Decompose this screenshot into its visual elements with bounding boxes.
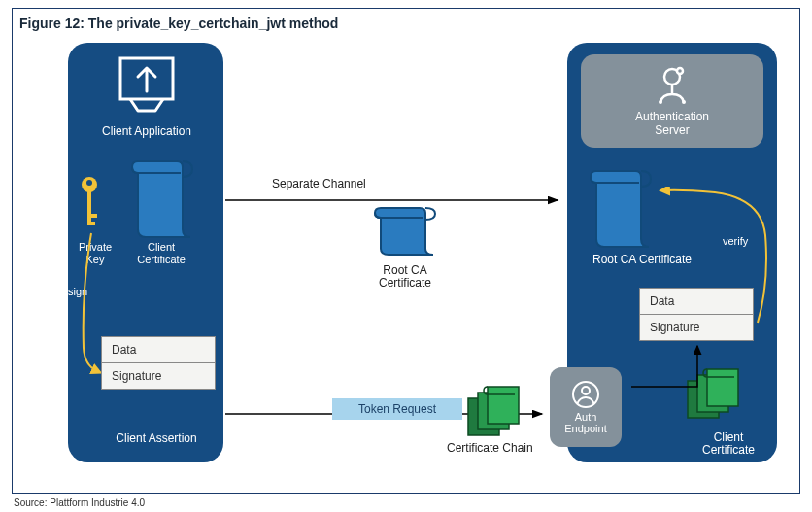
signature-cell: Signature	[102, 363, 215, 389]
scroll-icon	[124, 152, 200, 241]
sign-label: sign	[68, 286, 87, 297]
svg-rect-3	[87, 190, 91, 225]
auth-endpoint-box: Auth Endpoint	[550, 367, 622, 447]
source-line: Source: Plattform Industrie 4.0	[14, 497, 145, 508]
separate-channel-label: Separate Channel	[272, 177, 366, 190]
data-cell: Data	[640, 289, 753, 315]
certificate-chain-label: Certificate Chain	[447, 441, 533, 455]
figure-title: Figure 12: The private_key_certchain_jwt…	[19, 16, 338, 31]
up-arrow	[629, 342, 707, 391]
network-icon	[651, 65, 694, 104]
assertion-box-right: Data Signature	[639, 288, 754, 341]
svg-rect-4	[87, 214, 97, 218]
upload-icon	[118, 56, 175, 113]
client-application-label: Client Application	[84, 124, 210, 138]
auth-server-box: Authentication Server	[581, 54, 763, 148]
svg-point-16	[582, 387, 590, 394]
root-ca-mid-label: Root CA Certificate	[361, 264, 449, 290]
verify-label: verify	[723, 235, 748, 247]
user-icon	[571, 380, 600, 409]
data-cell: Data	[102, 337, 215, 363]
client-certificate-label: Client Certificate	[122, 241, 200, 266]
scroll-icon	[583, 161, 659, 251]
svg-rect-5	[87, 222, 95, 225]
svg-point-13	[682, 100, 686, 104]
token-request-label: Token Request	[332, 398, 462, 420]
private-key-label: Private Key	[72, 241, 118, 266]
svg-rect-10	[488, 387, 519, 424]
auth-server-label: Authentication Server	[635, 110, 709, 137]
certificate-chain-icon	[466, 385, 524, 439]
root-ca-right-label: Root CA Certificate	[579, 253, 705, 266]
signature-cell: Signature	[640, 315, 753, 340]
svg-point-2	[86, 180, 92, 186]
client-certificate-right-label: Client Certificate	[690, 431, 767, 457]
client-assertion-label: Client Assertion	[93, 431, 220, 445]
client-assertion-box: Data Signature	[101, 336, 216, 390]
svg-rect-19	[707, 369, 738, 406]
svg-point-14	[677, 68, 683, 74]
key-icon	[78, 175, 101, 233]
scroll-icon	[367, 200, 443, 258]
svg-point-12	[659, 100, 662, 104]
auth-endpoint-label: Auth Endpoint	[564, 411, 606, 434]
